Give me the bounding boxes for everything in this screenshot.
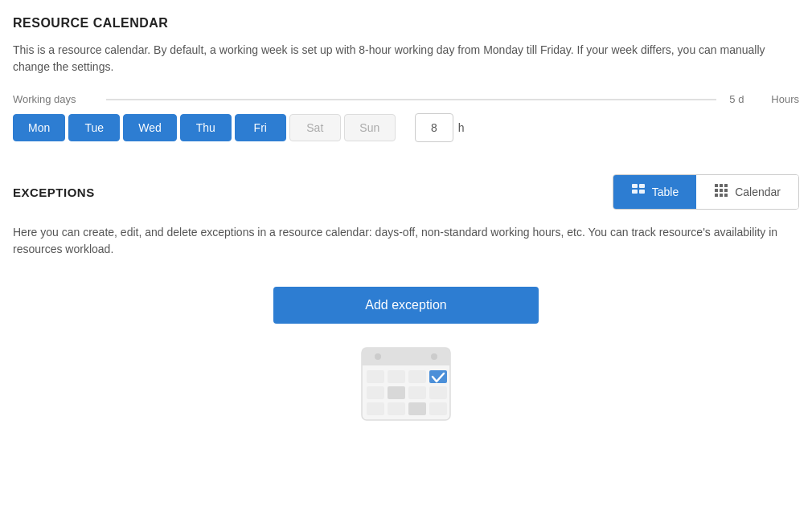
day-button-fri[interactable]: Fri <box>235 114 286 141</box>
hours-input-group: h <box>415 113 465 142</box>
exceptions-description: Here you can create, edit, and delete ex… <box>13 224 799 258</box>
svg-rect-4 <box>715 184 718 187</box>
svg-rect-11 <box>720 194 723 197</box>
days-buttons-group: Mon Tue Wed Thu Fri Sat Sun <box>13 114 396 141</box>
svg-point-16 <box>375 353 381 360</box>
svg-rect-6 <box>724 184 728 187</box>
svg-rect-10 <box>715 194 718 197</box>
svg-rect-27 <box>388 402 405 415</box>
calendar-icon <box>714 183 728 201</box>
working-days-row: Working days 5 d Hours <box>13 93 799 105</box>
hours-input[interactable] <box>415 113 453 142</box>
calendar-illustration <box>354 340 458 428</box>
svg-rect-18 <box>367 370 384 383</box>
svg-rect-29 <box>429 402 447 415</box>
svg-rect-12 <box>724 194 728 197</box>
day-button-sat[interactable]: Sat <box>289 114 341 141</box>
add-exception-button[interactable]: Add exception <box>273 287 539 324</box>
page-container: RESOURCE CALENDAR This is a resource cal… <box>0 0 812 444</box>
svg-rect-26 <box>367 402 384 415</box>
day-button-mon[interactable]: Mon <box>13 114 65 141</box>
svg-rect-2 <box>632 190 638 194</box>
table-icon <box>631 183 646 201</box>
calendar-view-button[interactable]: Calendar <box>696 175 798 209</box>
svg-rect-23 <box>388 386 405 399</box>
day-button-thu[interactable]: Thu <box>180 114 232 141</box>
svg-point-17 <box>431 353 437 360</box>
svg-rect-19 <box>388 370 405 383</box>
svg-rect-22 <box>367 386 384 399</box>
svg-rect-24 <box>408 386 426 399</box>
svg-rect-9 <box>724 189 728 192</box>
svg-rect-28 <box>408 402 426 415</box>
svg-rect-1 <box>639 184 645 188</box>
page-title: RESOURCE CALENDAR <box>13 16 799 31</box>
day-button-wed[interactable]: Wed <box>123 114 177 141</box>
svg-rect-0 <box>632 184 638 188</box>
exceptions-title: EXCEPTIONS <box>13 186 95 199</box>
svg-rect-15 <box>362 357 450 365</box>
svg-rect-3 <box>639 190 645 194</box>
svg-rect-8 <box>720 189 723 192</box>
add-exception-area: Add exception <box>13 287 799 428</box>
hours-unit: h <box>458 121 465 134</box>
working-days-slider[interactable] <box>106 99 716 100</box>
table-view-button[interactable]: Table <box>613 175 696 209</box>
exceptions-section-header: EXCEPTIONS Table <box>13 174 799 210</box>
svg-rect-20 <box>408 370 426 383</box>
page-description: This is a resource calendar. By default,… <box>13 42 799 75</box>
table-view-label: Table <box>652 186 679 198</box>
day-button-tue[interactable]: Tue <box>68 114 120 141</box>
svg-rect-5 <box>720 184 723 187</box>
working-days-count: 5 d <box>729 93 755 105</box>
svg-rect-25 <box>429 386 447 399</box>
working-days-label: Working days <box>13 93 93 105</box>
calendar-view-label: Calendar <box>735 186 781 198</box>
hours-label: Hours <box>771 93 799 105</box>
day-button-sun[interactable]: Sun <box>344 114 396 141</box>
view-toggle: Table Calendar <box>613 174 799 210</box>
svg-rect-7 <box>715 189 718 192</box>
